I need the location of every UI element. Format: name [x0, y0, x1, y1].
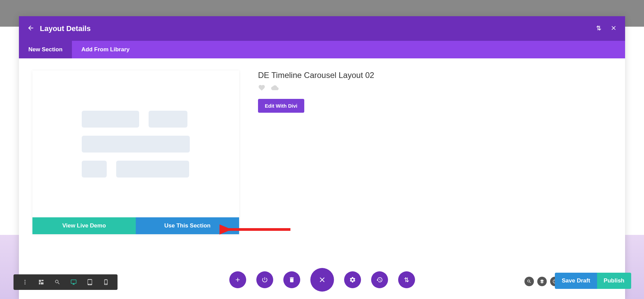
- close-icon[interactable]: [610, 25, 617, 33]
- button-label: Save Draft: [562, 277, 590, 284]
- skeleton-block: [82, 161, 107, 178]
- publish-button[interactable]: Publish: [597, 273, 631, 289]
- modal-header-right: [595, 25, 617, 33]
- tab-add-from-library[interactable]: Add From Library: [72, 41, 139, 58]
- tab-new-section[interactable]: New Section: [19, 41, 72, 58]
- svg-point-2: [25, 280, 26, 281]
- layout-preview-card: View Live Demo Use This Section: [32, 71, 239, 234]
- right-small-icons: [524, 277, 560, 286]
- button-label: View Live Demo: [62, 222, 106, 229]
- zoom-icon[interactable]: [49, 274, 66, 290]
- button-label: Edit With Divi: [265, 103, 298, 109]
- history-button[interactable]: [371, 271, 388, 288]
- skeleton-row: [82, 136, 190, 153]
- modal-header: Layout Details: [19, 16, 625, 41]
- button-label: Publish: [604, 277, 624, 284]
- search-small-icon[interactable]: [524, 277, 534, 286]
- wireframe-view-icon[interactable]: [33, 274, 49, 290]
- layout-name: DE Timeline Carousel Layout 02: [258, 71, 612, 80]
- sort-toggle-button[interactable]: [398, 271, 415, 288]
- back-icon[interactable]: [27, 24, 34, 33]
- tab-label: Add From Library: [81, 46, 130, 53]
- layout-details-panel: DE Timeline Carousel Layout 02 Edit With…: [258, 71, 612, 234]
- preview-actions: View Live Demo Use This Section: [32, 217, 239, 234]
- cloud-icon[interactable]: [270, 84, 280, 93]
- layout-meta-icons: [258, 84, 612, 93]
- skeleton-block: [82, 111, 139, 128]
- layout-details-modal: Layout Details New Section Add From Libr…: [19, 16, 625, 299]
- use-this-section-button[interactable]: Use This Section: [136, 217, 239, 234]
- publish-buttons: Save Draft Publish: [555, 273, 631, 289]
- layout-preview-skeleton: [32, 71, 239, 217]
- svg-point-3: [25, 282, 26, 283]
- modal-body: View Live Demo Use This Section DE Timel…: [19, 58, 625, 246]
- button-label: Use This Section: [164, 222, 211, 229]
- save-draft-button[interactable]: Save Draft: [555, 273, 597, 289]
- builder-center-controls: [229, 268, 415, 292]
- modal-title: Layout Details: [40, 24, 91, 33]
- trash-button[interactable]: [283, 271, 300, 288]
- desktop-view-icon[interactable]: [66, 274, 82, 290]
- skeleton-block: [82, 136, 190, 153]
- svg-point-4: [25, 283, 26, 284]
- skeleton-block: [149, 111, 187, 128]
- add-button[interactable]: [229, 271, 246, 288]
- modal-header-left: Layout Details: [27, 24, 91, 33]
- more-options-icon[interactable]: [17, 274, 33, 290]
- view-mode-toolbar: [14, 274, 118, 290]
- skeleton-row: [82, 111, 190, 128]
- skeleton-row: [82, 161, 190, 178]
- view-live-demo-button[interactable]: View Live Demo: [32, 217, 136, 234]
- modal-tabs: New Section Add From Library: [19, 41, 625, 58]
- tab-label: New Section: [28, 46, 62, 53]
- mobile-view-icon[interactable]: [98, 274, 114, 290]
- skeleton-block: [116, 161, 189, 178]
- sort-icon[interactable]: [595, 25, 602, 33]
- tablet-view-icon[interactable]: [82, 274, 98, 290]
- heart-icon[interactable]: [258, 84, 265, 93]
- settings-button[interactable]: [344, 271, 361, 288]
- edit-with-divi-button[interactable]: Edit With Divi: [258, 99, 304, 113]
- layers-small-icon[interactable]: [537, 277, 547, 286]
- power-button[interactable]: [256, 271, 273, 288]
- close-builder-button[interactable]: [310, 268, 334, 292]
